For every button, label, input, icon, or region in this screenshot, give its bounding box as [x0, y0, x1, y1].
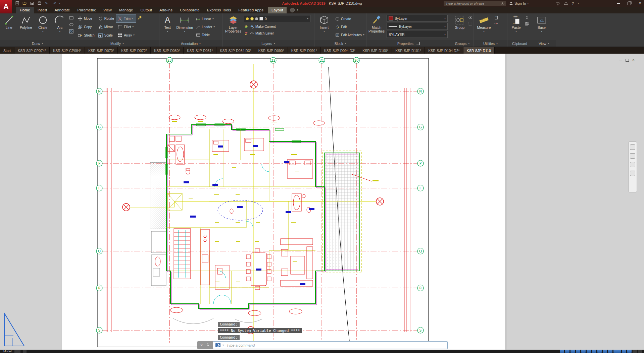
grid-toggle-icon[interactable]: [560, 350, 564, 353]
tab-insert[interactable]: Insert: [34, 7, 51, 13]
selection-cycling-toggle-icon[interactable]: [608, 350, 612, 353]
zoom-icon[interactable]: [630, 162, 635, 167]
arc-button[interactable]: Arc ▾: [52, 14, 68, 40]
panel-label-clipboard[interactable]: Clipboard: [507, 40, 532, 47]
rectangle-tool-icon[interactable]: [69, 15, 74, 20]
doc-tab[interactable]: KSR-SJP-D100*: [359, 47, 392, 54]
search-binoculars-icon[interactable]: [500, 1, 505, 5]
group-button[interactable]: Group: [452, 14, 467, 40]
panel-label-utilities[interactable]: Utilities▾: [474, 40, 507, 47]
ortho-toggle-icon[interactable]: [571, 350, 575, 353]
signin-button[interactable]: Sign In ▾: [509, 1, 529, 6]
paste-button[interactable]: Paste ▾: [508, 14, 524, 40]
annotation-monitor-icon[interactable]: [627, 350, 632, 353]
polar-toggle-icon[interactable]: [576, 350, 580, 353]
array-button[interactable]: Array▾: [116, 31, 136, 39]
tab-annotate[interactable]: Annotate: [51, 7, 73, 13]
store-cart-icon[interactable]: [555, 1, 560, 6]
layout-tab-chip[interactable]: [14, 350, 20, 353]
new-file-icon[interactable]: [15, 1, 20, 6]
snap-toggle-icon[interactable]: [565, 350, 569, 353]
base-button[interactable]: Base ▾: [533, 14, 550, 40]
panel-label-annotation[interactable]: Annotation▾: [159, 40, 222, 47]
panel-label-draw[interactable]: Draw▾: [0, 40, 75, 47]
tab-collaborate[interactable]: Collaborate: [176, 7, 203, 13]
help-caret-icon[interactable]: ▾: [578, 2, 579, 5]
leader-button[interactable]: Leader▾: [195, 23, 221, 31]
scale-button[interactable]: Scale: [97, 31, 115, 39]
lineweight-dropdown[interactable]: ByLayer ▾: [387, 23, 448, 30]
autocad-logo[interactable]: A: [0, 0, 12, 13]
panel-label-properties[interactable]: Properties: [366, 40, 451, 47]
drawing-minimize-icon[interactable]: [619, 60, 622, 60]
edit-attributes-button[interactable]: Edit Attributes▾: [334, 31, 365, 39]
doc-tab[interactable]: KSR-SJP-D101*: [392, 47, 425, 54]
panel-label-groups[interactable]: Groups▾: [451, 40, 474, 47]
doc-tab[interactable]: KSR-SJP-D104 D2*: [425, 47, 463, 54]
tab-manage[interactable]: Manage: [115, 7, 137, 13]
model-tab[interactable]: Model: [3, 350, 12, 353]
doc-tab[interactable]: KSR-SJP-D094 D3*: [321, 47, 359, 54]
open-file-icon[interactable]: [22, 1, 27, 6]
hatch-tool-icon[interactable]: [69, 29, 74, 34]
save-icon[interactable]: [30, 1, 35, 6]
plot-icon[interactable]: [37, 1, 42, 6]
doc-tab[interactable]: KSR-SJP-D090*: [255, 47, 288, 54]
doc-tab[interactable]: KSR-SJP-CP084*: [50, 47, 85, 54]
text-button[interactable]: A Text ▾: [160, 14, 175, 40]
move-button[interactable]: Move: [76, 14, 96, 22]
linetype-dropdown[interactable]: BYLAYER ▾: [387, 31, 448, 38]
clean-screen-icon[interactable]: [638, 350, 642, 353]
ribbon-collapse-icon[interactable]: ▾: [297, 9, 298, 11]
create-block-button[interactable]: Create: [334, 15, 365, 23]
doc-tab[interactable]: KSR-SJP-D072*: [118, 47, 151, 54]
tab-layout[interactable]: Layout: [268, 7, 287, 13]
doc-tab-active[interactable]: KSR-SJP-D110: [463, 47, 495, 54]
match-layer-button[interactable]: Match Layer: [244, 30, 310, 37]
panel-label-block[interactable]: Block▾: [314, 40, 366, 47]
command-customize-wrench-icon[interactable]: [205, 343, 210, 347]
ellipse-tool-icon[interactable]: [69, 22, 74, 27]
drawing-restore-icon[interactable]: [626, 59, 629, 62]
tab-featured-apps[interactable]: Featured Apps: [235, 7, 267, 13]
tab-parametric[interactable]: Parametric: [74, 7, 100, 13]
help-icon[interactable]: ?: [572, 1, 574, 5]
polyline-button[interactable]: Polyline: [18, 14, 34, 40]
tab-view[interactable]: View: [100, 7, 115, 13]
copy-button[interactable]: Copy: [76, 23, 96, 31]
fillet-button[interactable]: Fillet▾: [116, 23, 136, 31]
ungroup-icon[interactable]: [468, 15, 473, 20]
doc-tab[interactable]: KSR-SJP-D070*: [85, 47, 118, 54]
line-button[interactable]: Line: [1, 14, 17, 40]
rotate-button[interactable]: Rotate: [97, 14, 115, 22]
trim-button[interactable]: Trim▾: [116, 14, 136, 22]
layer-dropdown[interactable]: 0 ▾: [244, 15, 310, 22]
close-button[interactable]: ×: [637, 1, 643, 6]
cut-icon[interactable]: [525, 15, 529, 20]
command-close-icon[interactable]: ×: [200, 343, 203, 347]
full-navigation-wheel-icon[interactable]: [630, 144, 635, 150]
make-current-button[interactable]: Make Current: [244, 23, 310, 30]
doc-tab[interactable]: KSR-SJP-D081*: [184, 47, 216, 54]
otrack-toggle-icon[interactable]: [587, 350, 591, 353]
erase-brush-icon[interactable]: [137, 15, 142, 20]
group-edit-icon[interactable]: [468, 21, 473, 26]
doc-tab[interactable]: KSR-SJP-D084 D3*: [216, 47, 255, 54]
object-color-dropdown[interactable]: ByLayer ▾: [387, 15, 448, 22]
tab-addins[interactable]: Add-ins: [156, 7, 176, 13]
doc-tab[interactable]: KSR-SJP-CP074*: [14, 47, 50, 54]
panel-label-modify[interactable]: Modify▾: [75, 40, 159, 47]
layer-properties-button[interactable]: Layer Properties: [224, 14, 243, 40]
copy-clip-icon[interactable]: [525, 21, 529, 26]
restore-button[interactable]: [627, 1, 632, 6]
tab-express-tools[interactable]: Express Tools: [203, 7, 235, 13]
search-input[interactable]: [445, 1, 499, 6]
ribbon-cycle-icon[interactable]: [290, 8, 295, 12]
annotation-scale-icon[interactable]: [613, 350, 621, 353]
id-point-icon[interactable]: [494, 21, 498, 26]
redo-icon[interactable]: [52, 1, 57, 6]
dimension-button[interactable]: Dimension ▾: [176, 14, 194, 40]
table-button[interactable]: Table: [195, 31, 221, 39]
quick-calc-icon[interactable]: [494, 15, 498, 20]
panel-label-view[interactable]: View▾: [532, 40, 556, 47]
